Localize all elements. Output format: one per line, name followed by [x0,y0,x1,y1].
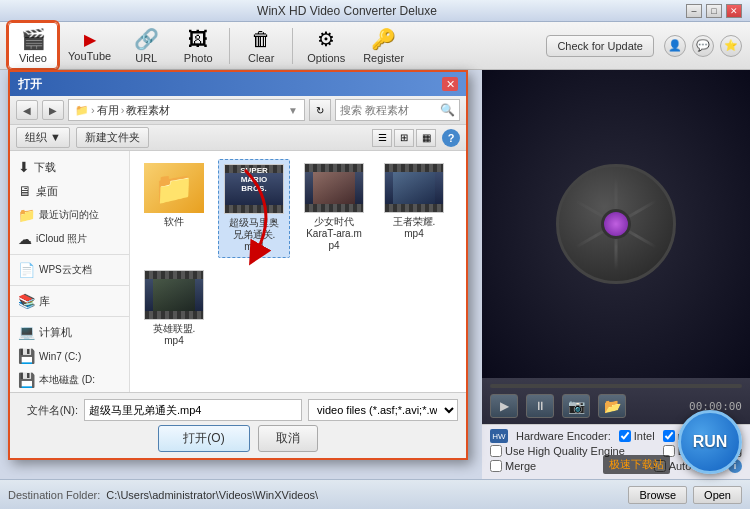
url-label: URL [135,52,157,64]
destination-path: C:\Users\administrator\Videos\WinXVideos… [106,489,622,501]
view-grid-button[interactable]: ⊞ [394,129,414,147]
sidebar-label-icloud: iCloud 照片 [36,232,87,246]
youtube-button[interactable]: ▶ YouTube [60,26,119,66]
open-button[interactable]: 打开(O) [158,425,249,452]
close-button[interactable]: ✕ [726,4,742,18]
open-dest-button[interactable]: Open [693,486,742,504]
local-icon: 💾 [18,372,35,388]
youtube-label: YouTube [68,50,111,62]
organize-button[interactable]: 组织 ▼ [16,127,70,148]
sidebar-separator-1 [10,254,129,255]
path-part-2: 教程素材 [126,103,170,118]
refresh-button[interactable]: ↻ [309,99,331,121]
win7-icon: 💾 [18,348,35,364]
video-thumb-kara [304,163,364,213]
file-dialog: 打开 ✕ ◀ ▶ 📁 › 有用 › 教程素材 ▼ ↻ 🔍 组织 ▼ 新建文件夹 … [8,70,468,460]
file-grid-inner: 📁 软件 SUPERMARIOBROS. 超级马里奥兄弟通关.mp4 [138,159,458,351]
youtube-icon: ▶ [84,30,96,49]
computer-icon: 💻 [18,324,35,340]
file-item-mario[interactable]: SUPERMARIOBROS. 超级马里奥兄弟通关.mp4 [218,159,290,258]
pause-button[interactable]: ⏸ [526,394,554,418]
app-title: WinX HD Video Converter Deluxe [8,4,686,18]
user-icons-group: 👤 💬 ⭐ [664,35,742,57]
photo-button[interactable]: 🖼 Photo [173,24,223,68]
user-icon-3[interactable]: ⭐ [720,35,742,57]
dialog-sidebar: ⬇ 下载 🖥 桌面 📁 最近访问的位 ☁ iCloud 照片 📄 WPS云文档 [10,151,130,392]
sidebar-item-recent[interactable]: 📁 最近访问的位 [10,203,129,227]
sidebar-item-win7[interactable]: 💾 Win7 (C:) [10,344,129,368]
maximize-button[interactable]: □ [706,4,722,18]
merge-label: Merge [505,460,536,472]
back-button[interactable]: ◀ [16,100,38,120]
nvidia-checkbox[interactable] [663,430,675,442]
run-button[interactable]: RUN [678,410,742,474]
forward-button[interactable]: ▶ [42,100,64,120]
photo-icon: 🖼 [188,28,208,51]
intel-checkbox[interactable] [619,430,631,442]
video-button[interactable]: 🎬 Video [8,22,58,69]
sidebar-item-desktop[interactable]: 🖥 桌面 [10,179,129,203]
play-button[interactable]: ▶ [490,394,518,418]
preview-area [482,70,750,378]
options-button[interactable]: ⚙ Options [299,23,353,68]
open-folder-button[interactable]: 📂 [598,394,626,418]
video-icon: 🎬 [21,27,46,51]
sidebar-label-computer: 计算机 [39,325,72,340]
dialog-title-bar: 打开 ✕ [10,72,466,96]
view-list-button[interactable]: ☰ [372,129,392,147]
check-update-button[interactable]: Check for Update [546,35,654,57]
filetype-dropdown[interactable]: video files (*.asf;*.avi;*.wmv;* [308,399,458,421]
sidebar-separator-3 [10,316,129,317]
video-thumb-wang [384,163,444,213]
sidebar-item-download[interactable]: ⬇ 下载 [10,155,129,179]
filename-label: 文件名(N): [18,403,78,418]
minimize-button[interactable]: – [686,4,702,18]
video-thumb-mario: SUPERMARIOBROS. [224,164,284,214]
video-label: Video [19,52,47,64]
cancel-button[interactable]: 取消 [258,425,318,452]
path-part-1: 有用 [97,103,119,118]
register-icon: 🔑 [371,27,396,51]
folder-icon-software: 📁 [154,169,194,207]
file-item-software[interactable]: 📁 软件 [138,159,210,258]
sidebar-label-wps: WPS云文档 [39,263,92,277]
dialog-footer-buttons: 打开(O) 取消 [18,425,458,452]
filmstrip-hero [145,311,203,319]
sidebar-item-icloud[interactable]: ☁ iCloud 照片 [10,227,129,251]
view-detail-button[interactable]: ▦ [416,129,436,147]
photo-label: Photo [184,52,213,64]
browse-button[interactable]: Browse [628,486,687,504]
sidebar-label-win7: Win7 (C:) [39,351,81,362]
sidebar-item-local[interactable]: 💾 本地磁盘 (D: [10,368,129,392]
register-button[interactable]: 🔑 Register [355,23,412,68]
screenshot-button[interactable]: 📷 [562,394,590,418]
filename-input[interactable] [84,399,302,421]
window-controls: – □ ✕ [686,4,742,18]
user-icon-1[interactable]: 👤 [664,35,686,57]
title-bar: WinX HD Video Converter Deluxe – □ ✕ [0,0,750,22]
sidebar-item-library[interactable]: 📚 库 [10,289,129,313]
sidebar-item-computer[interactable]: 💻 计算机 [10,320,129,344]
merge-checkbox[interactable] [490,460,502,472]
filmstrip-top-wang [385,164,443,172]
sidebar-item-wps[interactable]: 📄 WPS云文档 [10,258,129,282]
clear-button[interactable]: 🗑 Clear [236,24,286,68]
user-icon-2[interactable]: 💬 [692,35,714,57]
new-folder-button[interactable]: 新建文件夹 [76,127,149,148]
file-name-hero: 英雄联盟.mp4 [153,323,196,347]
url-button[interactable]: 🔗 URL [121,23,171,68]
file-item-wang[interactable]: 王者荣耀.mp4 [378,159,450,258]
path-bar: 📁 › 有用 › 教程素材 ▼ [68,99,305,121]
help-button[interactable]: ? [442,129,460,147]
video-thumb-hero [144,270,204,320]
high-quality-checkbox[interactable] [490,445,502,457]
dialog-action-bar: 组织 ▼ 新建文件夹 ☰ ⊞ ▦ ? [10,125,466,151]
file-item-hero[interactable]: 英雄联盟.mp4 [138,266,210,351]
filmstrip-top-hero [145,271,203,279]
filmstrip-mario [225,205,283,213]
progress-bar[interactable] [490,384,742,388]
search-input[interactable] [340,104,440,116]
dialog-close-button[interactable]: ✕ [442,77,458,91]
file-item-kara[interactable]: 少女时代KaraT-ara.mp4 [298,159,370,258]
clear-label: Clear [248,52,274,64]
